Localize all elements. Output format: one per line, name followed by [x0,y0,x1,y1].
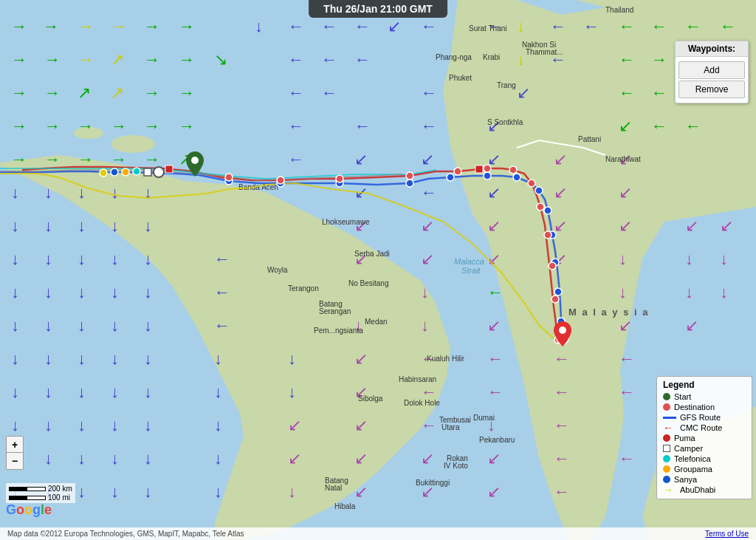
legend-item-abudhabi: → AbuDhabi [663,485,746,494]
svg-point-1 [111,135,155,153]
bottom-bar: Map data ©2012 Europa Technologies, GMS,… [0,527,756,540]
waypoints-remove-button[interactable]: Remove [678,81,745,98]
scale-km-label: 200 km [48,485,72,493]
svg-point-2 [74,127,103,139]
legend-item-groupama: Groupama [663,465,746,474]
legend-sanya-dot [663,476,670,483]
legend-item-camper: Camper [663,444,746,453]
legend-puma-dot [663,434,670,442]
scale-bar: 200 km 100 mi [6,483,75,503]
legend-start-dot [663,393,670,400]
legend-cmc-arrow: ← [663,424,676,431]
legend-cmc-label: CMC Route [680,423,722,432]
legend-item-puma: Puma [663,434,746,442]
legend-abudhabi-label: AbuDhabi [680,485,715,494]
scale-mi-label: 100 mi [48,493,70,502]
legend-sanya-label: Sanya [674,475,697,484]
legend-item-gfs: GFS Route [663,413,746,422]
terms-of-use-link[interactable]: Terms of Use [705,530,749,538]
legend-panel: Legend Start Destination GFS Route ← CMC… [656,376,752,499]
legend-telefonica-dot [663,455,670,462]
waypoints-title: Waypoints: [676,41,748,57]
map-container[interactable]: → → → → → → ↓ ← ← ← ↙ ← ← ↓ ← ← ← ← ← ← … [0,0,756,540]
legend-abudhabi-arrow: → [663,486,676,493]
legend-title: Legend [663,380,746,390]
zoom-in-button[interactable]: + [7,437,23,453]
scale-graphic-km [9,487,46,491]
scale-graphic-mi [9,496,46,500]
legend-groupama-dot [663,465,670,473]
legend-camper-square [663,445,670,452]
legend-gfs-line [663,417,676,419]
google-logo: Google [6,502,52,518]
zoom-controls: + − [6,436,24,470]
legend-item-telefonica: Telefonica [663,454,746,463]
legend-item-sanya: Sanya [663,475,746,484]
datetime-text: Thu 26/Jan 21:00 GMT [323,3,433,15]
legend-telefonica-label: Telefonica [674,454,711,463]
legend-destination-dot [663,403,670,411]
legend-groupama-label: Groupama [674,465,712,474]
waypoints-panel: Waypoints: Add Remove [675,41,749,103]
legend-item-start: Start [663,392,746,401]
legend-item-cmc: ← CMC Route [663,423,746,432]
zoom-out-button[interactable]: − [7,453,23,469]
legend-camper-label: Camper [674,444,703,453]
legend-gfs-label: GFS Route [680,413,721,422]
legend-destination-label: Destination [674,403,715,411]
map-data-text: Map data ©2012 Europa Technologies, GMS,… [7,530,244,538]
legend-item-destination: Destination [663,403,746,411]
waypoints-add-button[interactable]: Add [678,61,745,79]
datetime-bar: Thu 26/Jan 21:00 GMT [309,0,447,18]
legend-start-label: Start [674,392,691,401]
legend-puma-label: Puma [674,434,695,442]
